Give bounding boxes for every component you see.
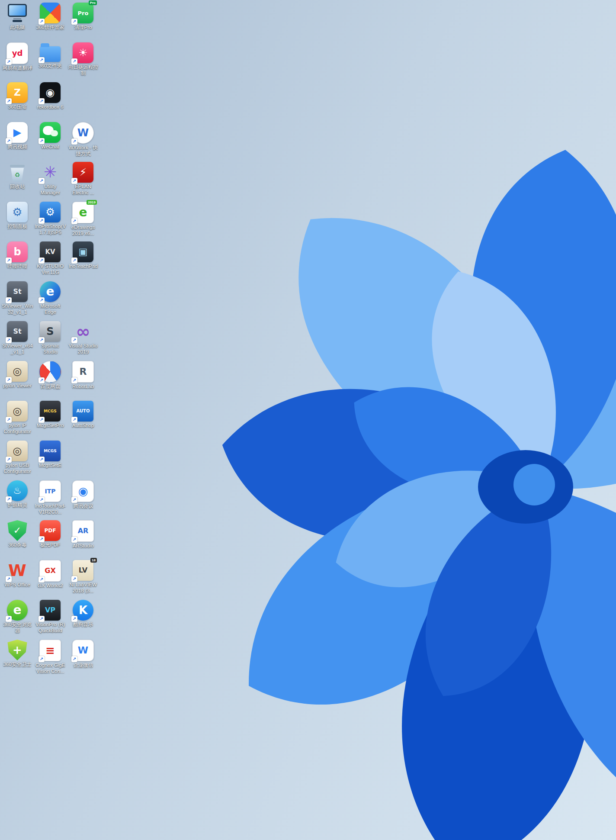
desktop-icon-label: 控制面板 bbox=[7, 224, 27, 230]
desktop-icon-rekordbox-6[interactable]: ◉↗rekordbox 6 bbox=[34, 82, 67, 110]
bilibili-icon: b↗ bbox=[7, 241, 28, 262]
desktop-icon-cognex-gige[interactable]: ≡↗Cognex GigE Vision Con... bbox=[34, 640, 67, 674]
desktop-icon-kv-studio[interactable]: KV↗KV STUDIO Ver.11G bbox=[34, 241, 67, 275]
shortcut-arrow-glyph: ↗ bbox=[40, 219, 43, 223]
shortcut-arrow-glyph: ↗ bbox=[40, 58, 43, 62]
desktop-icon-stviewer-x64[interactable]: St↗StViewer_x64_v1_1 bbox=[1, 321, 34, 355]
desktop-icon-stviewer-win32[interactable]: St↗StViewer_Win32_v1_1 bbox=[1, 281, 34, 315]
desktop-icon-label: RobotLab bbox=[72, 384, 94, 390]
shortcut-arrow-glyph: ↗ bbox=[73, 498, 76, 502]
shortcut-arrow-glyph: ↗ bbox=[7, 537, 10, 541]
robotlab-icon: R↗ bbox=[72, 361, 94, 383]
desktop-icon-tencent-meeting[interactable]: ◉↗腾讯会议 bbox=[67, 480, 99, 509]
desktop-icon-microsoft-edge[interactable]: e↗Microsoft Edge bbox=[34, 281, 67, 315]
desktop-icon-360-antivirus[interactable]: ✓↗360杀毒 bbox=[1, 520, 34, 548]
recycle-bin-icon: ♻ bbox=[7, 162, 28, 183]
desktop-icon-ni-labview[interactable]: LV18↗NI LabVIEW 2018 (3... bbox=[67, 560, 99, 594]
desktop-icon-360-zip[interactable]: Z↗360压缩 bbox=[1, 82, 34, 110]
desktop-icon-wxwork-shortcut[interactable]: W↗WXWork - 快捷方式 bbox=[67, 122, 99, 157]
desktop-icon-pylon-viewer[interactable]: ◎↗pylon Viewer bbox=[1, 361, 34, 389]
desktop-icon-label: Sysmac Studio bbox=[34, 343, 67, 355]
stviewer-win32-icon: St↗ bbox=[7, 281, 28, 302]
desktop-icon-mcgssetpro[interactable]: MCGS↗McgsSetPro bbox=[34, 401, 67, 429]
desktop-icon-robotlab[interactable]: R↗RobotLab bbox=[67, 361, 99, 390]
shortcut-arrow-glyph: ↗ bbox=[73, 139, 76, 144]
desktop-icon-jiguang-pdf[interactable]: PDF↗极光PDF bbox=[34, 520, 67, 548]
desktop-icon-label: StViewer_Win32_v1_1 bbox=[1, 303, 34, 315]
desktop-icon-360-browser[interactable]: e↗360安全浏览器 bbox=[1, 600, 34, 634]
shortcut-arrow-icon: ↗ bbox=[38, 457, 45, 463]
weixin-work-glyph: W bbox=[78, 646, 88, 655]
desktop-icon-edrawings[interactable]: e2019↗eDrawings 2019 x6... bbox=[67, 202, 99, 236]
shortcut-arrow-icon: ↗ bbox=[38, 417, 45, 423]
shortcut-arrow-glyph: ↗ bbox=[73, 258, 76, 263]
desktop-icon-360-safeguard[interactable]: +↗360安全卫士 bbox=[1, 640, 34, 668]
shortcut-arrow-icon: ↗ bbox=[71, 178, 77, 184]
shortcut-arrow-icon: ↗ bbox=[71, 497, 77, 503]
autoshop-glyph: AUTO bbox=[77, 409, 90, 413]
desktop-icon-360-folder[interactable]: ↗360文件夹 bbox=[34, 42, 67, 69]
arstudio-icon: AR↗ bbox=[72, 520, 94, 542]
desktop-surface[interactable]: 此电脑yd↗网易有道翻译Z↗360压缩▶↗腾讯视频♻回收站⚙控制面板b↗哔哩哔哩… bbox=[0, 0, 616, 840]
shortcut-arrow-glyph: ↗ bbox=[40, 657, 43, 661]
desktop-icon-visual-studio-2019[interactable]: ∞↗Visual Studio 2019 bbox=[67, 321, 99, 355]
desktop-icon-mcgssete[interactable]: MCGS↗McgsSetE bbox=[34, 441, 67, 469]
tencent-meeting-icon: ◉↗ bbox=[72, 480, 94, 502]
desktop-icon-weixin-work[interactable]: W↗企业微信 bbox=[67, 640, 99, 669]
desktop-icon-inoteachpad[interactable]: ▣↗InoTeachPad bbox=[67, 241, 99, 270]
edrawings-glyph: e bbox=[79, 206, 87, 219]
desktop-icon-this-pc[interactable]: 此电脑 bbox=[1, 3, 34, 31]
desktop-icon-label: 360杀毒 bbox=[8, 542, 26, 548]
360-safeguard-icon: +↗ bbox=[7, 640, 28, 660]
desktop-icon-label: 酷狗音乐 bbox=[73, 622, 93, 628]
desktop-icon-sysmac-studio[interactable]: S↗Sysmac Studio bbox=[34, 321, 67, 355]
wxwork-shortcut-icon: W↗ bbox=[72, 122, 94, 144]
desktop-icon-360-software-manager[interactable]: ↗360软件管家 bbox=[34, 3, 67, 31]
arstudio-glyph: AR bbox=[78, 528, 89, 534]
shortcut-arrow-icon: ↗ bbox=[6, 536, 12, 542]
jiguang-pdf-icon: PDF↗ bbox=[40, 520, 61, 541]
desktop-icon-sunflower-remote[interactable]: ☀↗向日葵远程控制 bbox=[67, 42, 99, 76]
desktop-icon-pylon-ip-configurator[interactable]: ◎↗pylon IP Configurator bbox=[1, 401, 34, 434]
desktop-icon-eplan-electric[interactable]: ⚡↗EPLAN Electric ... bbox=[67, 162, 99, 196]
robotlab-glyph: R bbox=[80, 367, 87, 377]
desktop-icon-label: 360压缩 bbox=[8, 104, 26, 110]
desktop-icon-bilibili[interactable]: b↗哔哩哔哩 bbox=[1, 241, 34, 270]
desktop-icon-label: InoProShop(V1.7.8)SP5 bbox=[34, 224, 67, 235]
360-safeguard-glyph: + bbox=[13, 644, 22, 656]
rekordbox-6-glyph: ◉ bbox=[46, 87, 55, 98]
desktop-icon-kugou-music[interactable]: K↗酷狗音乐 bbox=[67, 600, 99, 628]
desktop-icon-inoproshop[interactable]: ⚙↗InoProShop(V1.7.8)SP5 bbox=[34, 202, 67, 235]
tencent-video-glyph: ▶ bbox=[13, 127, 21, 138]
shortcut-arrow-icon: ↗ bbox=[71, 218, 77, 224]
desktop-icon-eye-guard[interactable]: ♨↗护眼精灵 bbox=[1, 480, 34, 509]
desktop-icon-youdao-translate[interactable]: yd↗网易有道翻译 bbox=[1, 42, 34, 71]
shortcut-arrow-icon: ↗ bbox=[71, 138, 77, 145]
ni-labview-badge: 18 bbox=[90, 558, 97, 563]
desktop-icon-tencent-video[interactable]: ▶↗腾讯视频 bbox=[1, 122, 34, 150]
desktop-icon-autoshop[interactable]: AUTO↗AutoShop bbox=[67, 401, 99, 429]
desktop-icon-visionpro-quickbuild[interactable]: VP↗VisionPro (R) QuickBuild bbox=[34, 600, 67, 634]
desktop-icon-pylon-usb-configurator[interactable]: ◎↗pylon USB Configurator bbox=[1, 441, 34, 474]
desktop-icon-label: Microsoft Edge bbox=[34, 303, 67, 315]
desktop-icon-wps-office[interactable]: W↗WPS Office bbox=[1, 560, 34, 588]
baidu-netdisk-icon: ↗ bbox=[39, 361, 61, 383]
desktop-icon-baidu-netdisk[interactable]: ↗百度网盘 bbox=[34, 361, 67, 390]
desktop-icon-wechat[interactable]: ↗WeChat bbox=[34, 122, 67, 150]
desktop-icon-gx-works2[interactable]: GX↗GX Works2 bbox=[34, 560, 67, 589]
desktop-icon-label: Cognex GigE Vision Con... bbox=[34, 663, 67, 674]
desktop-icon-label: 哔哩哔哩 bbox=[7, 264, 27, 270]
desktop-icon-inotouchpad[interactable]: ITP↗InoTouchPad-V1R2C0... bbox=[34, 480, 67, 515]
inoproshop-icon: ⚙↗ bbox=[40, 202, 61, 222]
desktop-icon-utility-manager[interactable]: ✳↗Utility Manager bbox=[34, 162, 67, 196]
desktop-icon-recycle-bin[interactable]: ♻回收站 bbox=[1, 162, 34, 190]
shortcut-arrow-glyph: ↗ bbox=[7, 298, 10, 303]
360-browser-glyph: e bbox=[13, 604, 22, 616]
jiguang-pdf-glyph: PDF bbox=[45, 528, 56, 533]
desktop-icon-arstudio[interactable]: AR↗ARStudio bbox=[67, 520, 99, 549]
shortcut-arrow-glyph: ↗ bbox=[73, 537, 76, 542]
kv-studio-glyph: KV bbox=[45, 249, 55, 255]
desktop-icon-control-panel[interactable]: ⚙控制面板 bbox=[1, 202, 34, 230]
eye-guard-icon: ♨↗ bbox=[7, 480, 28, 501]
desktop-icon-qingli-pro[interactable]: ProPro↗清理Pro bbox=[67, 3, 99, 31]
